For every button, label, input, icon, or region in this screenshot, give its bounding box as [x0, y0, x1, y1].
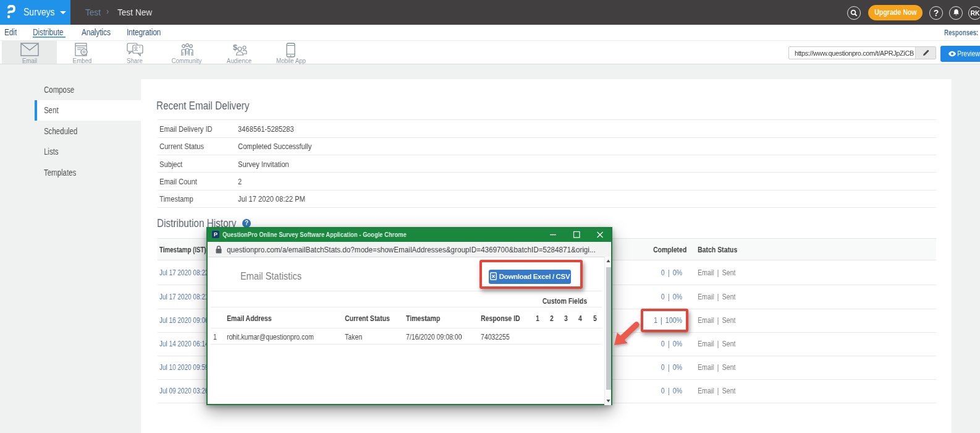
svg-text:$: $: [233, 43, 238, 52]
